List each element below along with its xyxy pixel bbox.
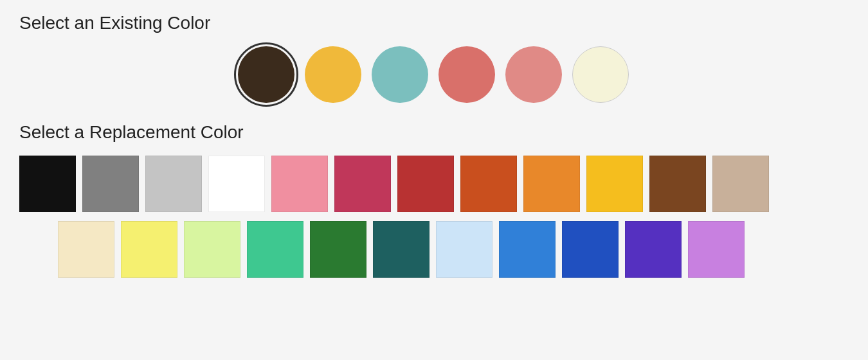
replacement-color-title: Select a Replacement Color	[19, 122, 849, 143]
replacement-color-tan[interactable]	[712, 156, 769, 212]
replacement-color-dark-teal[interactable]	[373, 221, 429, 278]
replacement-color-pink[interactable]	[271, 156, 328, 212]
replacement-color-crimson[interactable]	[334, 156, 391, 212]
replacement-color-forest-green[interactable]	[310, 221, 366, 278]
replacement-row-1	[19, 156, 849, 212]
replacement-color-light-cream[interactable]	[58, 221, 114, 278]
existing-color-teal-blue[interactable]	[372, 46, 428, 103]
replacement-row-2	[58, 221, 849, 278]
existing-color-golden-yellow[interactable]	[305, 46, 361, 103]
existing-color-title: Select an Existing Color	[19, 13, 849, 33]
existing-color-dark-brown[interactable]	[238, 46, 294, 103]
existing-color-salmon-red[interactable]	[439, 46, 495, 103]
replacement-color-royal-blue[interactable]	[562, 221, 619, 278]
replacement-color-purple[interactable]	[625, 221, 682, 278]
existing-color-dusty-rose[interactable]	[505, 46, 562, 103]
replacement-color-medium-green[interactable]	[247, 221, 303, 278]
replacement-color-lavender[interactable]	[688, 221, 745, 278]
replacement-color-black[interactable]	[19, 156, 76, 212]
replacement-color-brown[interactable]	[649, 156, 706, 212]
replacement-color-light-green[interactable]	[184, 221, 240, 278]
replacement-color-yellow-gold[interactable]	[586, 156, 643, 212]
replacement-color-medium-blue[interactable]	[499, 221, 556, 278]
replacement-color-dark-gray[interactable]	[82, 156, 139, 212]
replacement-color-burnt-orange[interactable]	[460, 156, 517, 212]
replacement-section: Select a Replacement Color	[19, 122, 849, 278]
replacement-color-light-blue[interactable]	[436, 221, 493, 278]
replacement-color-white[interactable]	[208, 156, 265, 212]
replacement-color-orange[interactable]	[523, 156, 580, 212]
existing-color-cream[interactable]	[572, 46, 629, 103]
replacement-color-red[interactable]	[397, 156, 454, 212]
replacement-color-light-gray[interactable]	[145, 156, 202, 212]
existing-color-row	[238, 46, 849, 103]
replacement-color-light-yellow[interactable]	[121, 221, 177, 278]
